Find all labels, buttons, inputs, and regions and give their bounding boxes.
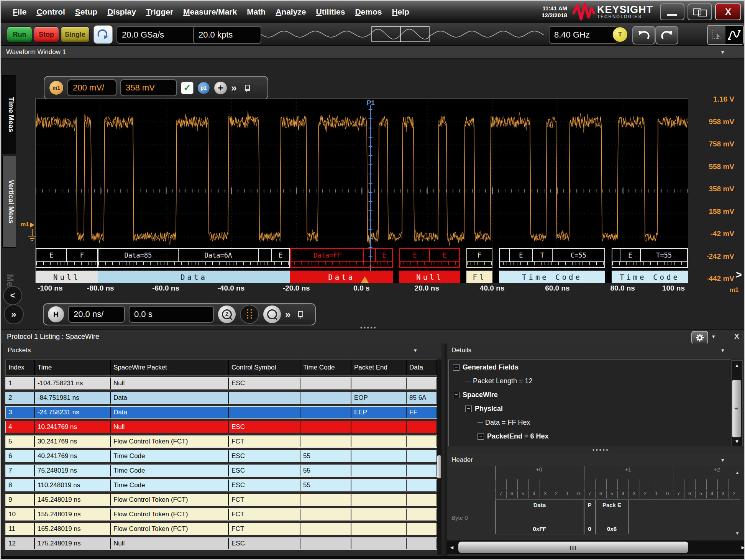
scroll-up-icon[interactable]: ▲: [732, 361, 742, 370]
header-scrollbar-thumb[interactable]: III: [458, 542, 688, 553]
waveform-window-dropdown-icon[interactable]: ▾: [721, 49, 724, 56]
column-header[interactable]: Control Symbol: [229, 360, 300, 375]
tree-expander-icon[interactable]: −: [478, 433, 484, 440]
header-field-box[interactable]: P0: [584, 500, 595, 534]
details-scrollbar[interactable]: ▲ ☰ ▼: [731, 360, 743, 446]
sample-rate-field[interactable]: 20.0 GSa/s: [117, 26, 199, 44]
scroll-left-icon[interactable]: ◄: [447, 544, 457, 550]
table-row[interactable]: 3-24.758231 nsDataEEPFF: [5, 406, 438, 419]
more-horizontal-controls-icon[interactable]: »: [285, 309, 290, 320]
vertical-offset-field[interactable]: 358 mV: [120, 79, 177, 96]
channel-toolbar-pin-icon[interactable]: [245, 85, 250, 91]
search-zoom-button[interactable]: [263, 305, 281, 324]
protocol-dropdown-icon[interactable]: ▾: [712, 333, 715, 340]
cursor-tracking-button[interactable]: [240, 305, 259, 324]
tree-node[interactable]: Packet Length = 12: [449, 374, 731, 388]
column-header[interactable]: Time Code: [300, 360, 351, 375]
scroll-right-arrow-icon[interactable]: ►: [738, 544, 745, 550]
tree-node[interactable]: −SpaceWire: [449, 388, 731, 402]
column-header[interactable]: Index: [6, 360, 35, 375]
menu-item-display[interactable]: Display: [107, 7, 136, 16]
waveform-window-titlebar[interactable]: Waveform Window 1 ▾: [1, 46, 744, 59]
menu-item-demos[interactable]: Demos: [355, 7, 382, 16]
scroll-down-icon[interactable]: ▼: [732, 437, 742, 446]
protocol-listing-titlebar[interactable]: Protocol 1 Listing : SpaceWire ▾ X: [1, 329, 744, 343]
table-row[interactable]: 11165.248019 nsFlow Control Token (FCT)F…: [5, 523, 438, 535]
collapse-tabs-button[interactable]: <: [3, 286, 22, 305]
column-header[interactable]: Time: [35, 360, 111, 375]
menu-item-math[interactable]: Math: [247, 7, 266, 16]
header-horizontal-scrollbar[interactable]: ◄ III ►: [447, 540, 745, 554]
table-row[interactable]: 12175.248019 nsNullESC: [5, 537, 438, 550]
packets-pane-header[interactable]: Packets ▾: [3, 343, 441, 357]
table-row[interactable]: 410.241769 nsNullESC: [5, 421, 438, 433]
protocol-close-icon[interactable]: X: [734, 332, 739, 341]
header-field-box[interactable]: Pack E0x6: [595, 500, 628, 534]
horizontal-badge[interactable]: H: [48, 306, 64, 323]
touch-button[interactable]: [94, 25, 113, 44]
channel-ground-marker[interactable]: m1: [21, 219, 37, 252]
more-controls-icon[interactable]: »: [231, 82, 236, 94]
packets-scrollbar-thumb[interactable]: [437, 455, 441, 478]
header-dropdown-icon[interactable]: ▾: [721, 457, 724, 463]
menu-item-help[interactable]: Help: [392, 7, 409, 16]
tree-expander-icon[interactable]: −: [453, 392, 459, 398]
details-header-splitter-handle[interactable]: •••••: [592, 447, 610, 453]
scroll-right-icon[interactable]: >: [736, 269, 742, 281]
redo-button[interactable]: [655, 26, 678, 44]
box-zoom-button[interactable]: [708, 26, 725, 44]
details-scrollbar-thumb[interactable]: ☰: [732, 380, 741, 437]
tree-node[interactable]: Data = FF Hex: [449, 415, 731, 429]
timebase-position-field[interactable]: 0.0 s: [129, 306, 214, 323]
close-button[interactable]: X: [715, 3, 741, 20]
undo-button[interactable]: [632, 26, 655, 44]
menu-item-setup[interactable]: Setup: [75, 7, 97, 16]
table-row[interactable]: 10155.248019 nsFlow Control Token (FCT)F…: [5, 508, 438, 521]
tree-node[interactable]: −Generated Fields: [449, 360, 731, 374]
menu-item-utilities[interactable]: Utilities: [316, 7, 345, 16]
column-header[interactable]: Packet End: [351, 360, 407, 375]
trigger-badge[interactable]: T: [612, 27, 628, 42]
tab-time-meas[interactable]: Time Meas: [2, 75, 16, 154]
minimize-button[interactable]: [660, 3, 684, 20]
vertical-scale-field[interactable]: 200 mV/: [67, 79, 117, 96]
menu-item-file[interactable]: File: [13, 7, 26, 16]
timebase-position-indicator[interactable]: [261, 25, 544, 43]
protocol-settings-button[interactable]: [691, 331, 708, 345]
menu-item-trigger[interactable]: Trigger: [146, 7, 173, 16]
header-scroll-up-icon[interactable]: ▲: [735, 470, 740, 475]
tree-expander-icon[interactable]: −: [453, 364, 459, 371]
table-row[interactable]: 640.241769 nsTime CodeESC55: [5, 450, 438, 462]
column-header[interactable]: Data: [407, 360, 437, 375]
horizontal-toolbar-pin-icon[interactable]: [298, 311, 303, 317]
packets-scrollbar[interactable]: [437, 360, 441, 555]
packets-dropdown-icon[interactable]: ▾: [414, 347, 417, 354]
table-row[interactable]: 2-84.751981 nsDataEOP85 6A: [5, 392, 438, 404]
table-row[interactable]: 9145.248019 nsFlow Control Token (FCT)FC…: [5, 494, 438, 506]
zoom-z-button[interactable]: Z: [218, 305, 236, 324]
menu-item-analyze[interactable]: Analyze: [276, 7, 306, 16]
marker-p1-label[interactable]: P1: [367, 99, 375, 107]
details-pane-header[interactable]: Details ▾: [447, 343, 745, 357]
tab-vertical-meas[interactable]: Vertical Meas: [2, 156, 16, 248]
measurement-enabled-checkbox[interactable]: ✓: [181, 82, 194, 94]
timebase-scale-field[interactable]: 20.0 ns/: [68, 306, 125, 323]
column-header[interactable]: SpaceWire Packet: [111, 360, 229, 375]
header-pane-header[interactable]: Header ▾: [447, 453, 745, 467]
menu-item-measuremark[interactable]: Measure/Mark: [183, 7, 237, 16]
tree-node[interactable]: −PacketEnd = 6 Hex: [449, 429, 731, 443]
bandwidth-field[interactable]: 8.40 GHz: [549, 26, 618, 44]
table-row[interactable]: 8110.248019 nsTime CodeESC55: [5, 479, 438, 491]
run-button[interactable]: Run: [7, 26, 32, 43]
restore-button[interactable]: [688, 3, 712, 20]
table-row[interactable]: 775.248019 nsTime CodeESC55: [5, 465, 438, 477]
table-row[interactable]: 530.241769 nsFlow Control Token (FCT)FCT: [5, 435, 438, 448]
memory-depth-field[interactable]: 20.0 kpts: [193, 26, 261, 44]
waveform-scale-button[interactable]: [725, 26, 743, 44]
stop-button[interactable]: Stop: [34, 26, 59, 43]
header-field-box[interactable]: Data0xFF: [495, 500, 584, 534]
header-scroll-down-icon[interactable]: ▼: [735, 530, 740, 536]
menu-item-control[interactable]: Control: [36, 7, 65, 16]
details-dropdown-icon[interactable]: ▾: [721, 347, 724, 354]
channel-m1-badge[interactable]: m1: [49, 80, 64, 95]
